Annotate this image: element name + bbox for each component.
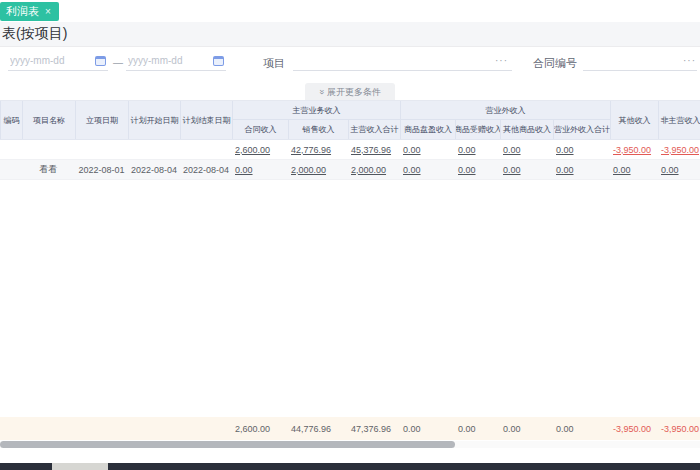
header-cell: 合同收入 (232, 120, 288, 139)
project-picker-ellipsis-icon[interactable]: ··· (495, 55, 508, 66)
header-cell: 主营收入合计 (348, 120, 400, 139)
header-cell: 商品盘盈收入 (400, 120, 455, 139)
cell: 0.00 (658, 160, 700, 179)
tab-bar: 利润表 × (0, 0, 700, 22)
amount-link[interactable]: 45,376.96 (351, 145, 391, 155)
header-cell: 计划结束日期 (180, 101, 232, 139)
cell (0, 140, 22, 159)
project-filter-label: 项目 (263, 56, 285, 71)
contract-no-filter-input[interactable] (583, 51, 697, 71)
table-header: 编码项目名称立项日期计划开始日期计划结束日期主营业务收入合同收入销售收入主营收入… (0, 100, 700, 140)
header-cell: 非主营收入合计 (658, 101, 700, 139)
tab-close-icon[interactable]: × (45, 6, 51, 17)
amount-link[interactable]: 2,000.00 (291, 165, 326, 175)
contract-no-filter-label: 合同编号 (533, 56, 577, 71)
page-title: 表(按项目) (2, 25, 67, 43)
report-table: 编码项目名称立项日期计划开始日期计划结束日期主营业务收入合同收入销售收入主营收入… (0, 100, 700, 180)
cell: 0.00 (400, 160, 455, 179)
chevron-down-icon: » (316, 89, 326, 94)
bottom-edge-strip (0, 463, 700, 470)
app-window: 利润表 × 表(按项目) — 项目 ··· 合同编号 ··· »展开更多条件 编… (0, 0, 700, 470)
expand-row: »展开更多条件 (0, 81, 700, 98)
header-cell: 计划开始日期 (128, 101, 180, 139)
tab-profit-report[interactable]: 利润表 × (0, 2, 59, 21)
filter-panel: — 项目 ··· 合同编号 ··· (0, 47, 700, 80)
cell: 0.00 (553, 160, 610, 179)
summary-cell: 0.00 (455, 417, 500, 440)
cell: 2,000.00 (288, 160, 348, 179)
bottom-edge-segment (52, 463, 108, 470)
amount-link[interactable]: 0.00 (458, 165, 476, 175)
cell: 0.00 (455, 140, 500, 159)
amount-link[interactable]: 0.00 (556, 145, 574, 155)
cell: 0.00 (232, 160, 288, 179)
cell: 2022-08-01 (75, 160, 128, 179)
cell: 42,776.96 (288, 140, 348, 159)
summary-cell: 44,776.96 (288, 417, 348, 440)
summary-cell: 47,376.96 (348, 417, 400, 440)
date-range-separator: — (113, 57, 123, 68)
amount-link[interactable]: 0.00 (403, 145, 421, 155)
header-cell: 其他收入 (610, 101, 658, 139)
header-group-label: 主营业务收入 (232, 101, 400, 120)
cell: 2022-08-04 (128, 160, 180, 179)
cell: -3,950.00 (658, 140, 700, 159)
summary-cell: 0.00 (500, 417, 553, 440)
end-date-input[interactable] (126, 51, 226, 71)
table-row: 2,600.0042,776.9645,376.960.000.000.000.… (0, 140, 700, 160)
horizontal-scrollbar (0, 441, 700, 448)
amount-link[interactable]: 0.00 (235, 165, 253, 175)
cell: 0.00 (610, 160, 658, 179)
cell (128, 140, 180, 159)
cell: 看看 (22, 160, 75, 179)
summary-cell: 0.00 (553, 417, 610, 440)
summary-cell: 2,600.00 (232, 417, 288, 440)
header-group-label: 营业外收入 (400, 101, 610, 120)
summary-cell: 0.00 (400, 417, 455, 440)
cell: 2,000.00 (348, 160, 400, 179)
header-cell: 销售收入 (288, 120, 348, 139)
header-cell: 立项日期 (75, 101, 128, 139)
cell: 0.00 (455, 160, 500, 179)
header-cell: 编码 (0, 101, 22, 139)
cell: 0.00 (400, 140, 455, 159)
title-bar: 表(按项目) (0, 22, 700, 47)
amount-link[interactable]: 0.00 (458, 145, 476, 155)
project-filter-input[interactable] (293, 51, 512, 71)
start-date-input[interactable] (8, 51, 108, 71)
header-cell: 营业外收入合计 (553, 120, 610, 139)
header-cell: 商品受赠收入 (455, 120, 500, 139)
amount-link[interactable]: 0.00 (503, 165, 521, 175)
amount-link[interactable]: 0.00 (503, 145, 521, 155)
cell: 45,376.96 (348, 140, 400, 159)
summary-cell (180, 417, 232, 440)
header-cell: 项目名称 (22, 101, 75, 139)
amount-link[interactable]: 2,600.00 (235, 145, 270, 155)
cell (0, 160, 22, 179)
table-row: 看看2022-08-012022-08-042022-08-040.002,00… (0, 160, 700, 180)
cell (75, 140, 128, 159)
amount-link[interactable]: 0.00 (403, 165, 421, 175)
summary-cell (0, 417, 22, 440)
cell (180, 140, 232, 159)
summary-cell: -3,950.00 (658, 417, 700, 440)
contract-picker-ellipsis-icon[interactable]: ··· (683, 55, 696, 66)
calendar-icon[interactable] (213, 56, 224, 66)
cell: 2022-08-04 (180, 160, 232, 179)
cell (22, 140, 75, 159)
summary-cell (75, 417, 128, 440)
amount-link[interactable]: 2,000.00 (351, 165, 386, 175)
cell: 0.00 (500, 160, 553, 179)
cell: 0.00 (553, 140, 610, 159)
horizontal-scrollbar-thumb[interactable] (0, 441, 455, 448)
amount-link[interactable]: -3,950.00 (661, 145, 699, 155)
summary-row: 2,600.0044,776.9647,376.960.000.000.000.… (0, 417, 700, 440)
amount-link[interactable]: 42,776.96 (291, 145, 331, 155)
amount-link[interactable]: -3,950.00 (613, 145, 651, 155)
amount-link[interactable]: 0.00 (556, 165, 574, 175)
amount-link[interactable]: 0.00 (613, 165, 631, 175)
calendar-icon[interactable] (95, 56, 106, 66)
table-body: 2,600.0042,776.9645,376.960.000.000.000.… (0, 140, 700, 180)
summary-cell: -3,950.00 (610, 417, 658, 440)
amount-link[interactable]: 0.00 (661, 165, 679, 175)
